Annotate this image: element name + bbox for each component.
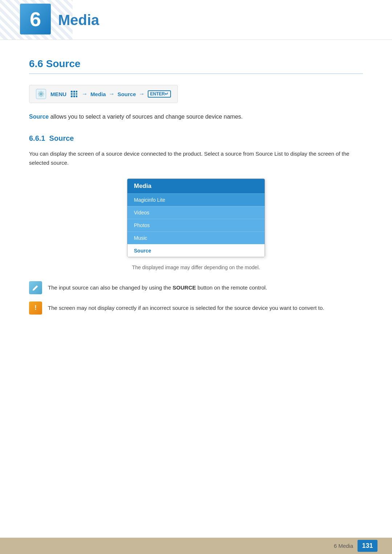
- menu-item-magicinfo: Magicinfo Lite: [127, 193, 265, 206]
- menu-item-videos: Videos: [127, 206, 265, 219]
- page-header: 6 Media: [0, 0, 392, 40]
- source-path: Source: [118, 91, 136, 97]
- arrow1: →: [82, 91, 87, 97]
- subsection-661-title: 6.6.1 Source: [29, 134, 363, 143]
- chapter-box: 6: [20, 4, 51, 34]
- subsection-number: 6.6.1: [29, 134, 45, 142]
- page-footer: 6 Media 131: [0, 538, 392, 554]
- section-66-title: 6.6 Source: [29, 58, 363, 74]
- pencil-icon: [29, 281, 42, 294]
- menu-path: MENU → Media → Source → ENTER↵: [29, 85, 178, 103]
- menu-item-source: Source: [127, 244, 265, 257]
- note-text-before: The input source can also be changed by …: [48, 284, 173, 291]
- source-highlight: Source: [29, 114, 49, 120]
- arrow2: →: [109, 91, 115, 97]
- warning-icon: !: [29, 301, 42, 315]
- enter-label: ENTER: [150, 91, 165, 97]
- note-warning-text: The screen may not display correctly if …: [48, 301, 324, 312]
- section-description: Source allows you to select a variety of…: [29, 112, 363, 122]
- svg-point-0: [40, 93, 42, 95]
- menu-settings-icon: [36, 89, 46, 99]
- subsection-title-text: Source: [49, 134, 74, 142]
- footer-page-number: 131: [358, 540, 377, 552]
- section-title-text: Source: [46, 58, 81, 69]
- image-caption: The displayed image may differ depending…: [29, 264, 363, 270]
- arrow3: →: [139, 91, 145, 97]
- chapter-number: 6: [30, 9, 41, 29]
- note-text-after: button on the remote control.: [196, 284, 267, 291]
- media-path: Media: [90, 91, 106, 97]
- note-pencil-text: The input source can also be changed by …: [48, 281, 267, 292]
- subsection-description: You can display the screen of a source d…: [29, 149, 363, 168]
- main-content: 6.6 Source MENU → Media → Source → ENTER…: [0, 40, 392, 351]
- menu-header-label: Media: [134, 182, 151, 189]
- chapter-title: Media: [58, 12, 99, 28]
- menu-label: MENU: [50, 91, 66, 97]
- note-pencil: The input source can also be changed by …: [29, 281, 363, 294]
- menu-screenshot: Media Magicinfo Lite Videos Photos Music…: [127, 178, 265, 257]
- menu-screenshot-header: Media: [127, 179, 265, 193]
- enter-icon: ENTER↵: [148, 90, 171, 98]
- note-text-bold: SOURCE: [173, 284, 196, 291]
- footer-text: 6 Media: [334, 543, 353, 549]
- menu-grid-icon: [71, 91, 77, 97]
- section-number: 6.6: [29, 58, 43, 69]
- menu-item-photos: Photos: [127, 219, 265, 231]
- note-warning: ! The screen may not display correctly i…: [29, 301, 363, 315]
- menu-item-music: Music: [127, 231, 265, 244]
- description-text: allows you to select a variety of source…: [49, 114, 243, 120]
